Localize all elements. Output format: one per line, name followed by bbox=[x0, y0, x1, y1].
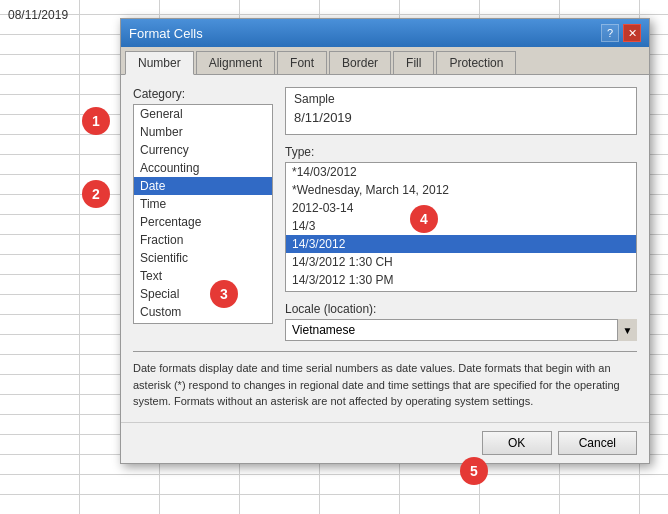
category-number[interactable]: Number bbox=[134, 123, 272, 141]
tab-number[interactable]: Number bbox=[125, 51, 194, 75]
category-scientific[interactable]: Scientific bbox=[134, 249, 272, 267]
tab-protection[interactable]: Protection bbox=[436, 51, 516, 74]
cancel-button[interactable]: Cancel bbox=[558, 431, 637, 455]
type-item-2[interactable]: 2012-03-14 bbox=[286, 199, 636, 217]
close-button[interactable]: ✕ bbox=[623, 24, 641, 42]
dialog-tabs: Number Alignment Font Border Fill Protec… bbox=[121, 47, 649, 75]
dialog-titlebar: Format Cells ? ✕ bbox=[121, 19, 649, 47]
step-circle-1: 1 bbox=[82, 107, 110, 135]
tab-font[interactable]: Font bbox=[277, 51, 327, 74]
sample-label: Sample bbox=[294, 92, 628, 106]
category-accounting[interactable]: Accounting bbox=[134, 159, 272, 177]
ok-button[interactable]: OK bbox=[482, 431, 552, 455]
type-listbox[interactable]: *14/03/2012 *Wednesday, March 14, 2012 2… bbox=[285, 162, 637, 292]
type-item-3[interactable]: 14/3 bbox=[286, 217, 636, 235]
dialog-content: Category: General Number Currency Accoun… bbox=[121, 75, 649, 422]
tab-border[interactable]: Border bbox=[329, 51, 391, 74]
category-percentage[interactable]: Percentage bbox=[134, 213, 272, 231]
category-text[interactable]: Text bbox=[134, 267, 272, 285]
tab-alignment[interactable]: Alignment bbox=[196, 51, 275, 74]
format-cells-dialog: Format Cells ? ✕ Number Alignment Font B… bbox=[120, 18, 650, 464]
step-circle-5: 5 bbox=[460, 457, 488, 485]
locale-select[interactable]: Vietnamese English (United States) Engli… bbox=[285, 319, 637, 341]
sample-value: 8/11/2019 bbox=[294, 110, 628, 125]
dialog-footer: OK Cancel bbox=[121, 422, 649, 463]
step-circle-4: 4 bbox=[410, 205, 438, 233]
category-time[interactable]: Time bbox=[134, 195, 272, 213]
type-item-5[interactable]: 14/3/2012 1:30 CH bbox=[286, 253, 636, 271]
type-item-0[interactable]: *14/03/2012 bbox=[286, 163, 636, 181]
step-circle-2: 2 bbox=[82, 180, 110, 208]
category-date[interactable]: Date bbox=[134, 177, 272, 195]
description-area: Date formats display date and time seria… bbox=[133, 351, 637, 410]
titlebar-buttons: ? ✕ bbox=[601, 24, 641, 42]
tab-fill[interactable]: Fill bbox=[393, 51, 434, 74]
help-button[interactable]: ? bbox=[601, 24, 619, 42]
spreadsheet-date: 08/11/2019 bbox=[8, 8, 68, 22]
locale-label: Locale (location): bbox=[285, 302, 637, 316]
category-custom[interactable]: Custom bbox=[134, 303, 272, 321]
category-fraction[interactable]: Fraction bbox=[134, 231, 272, 249]
category-general[interactable]: General bbox=[134, 105, 272, 123]
type-list-container: *14/03/2012 *Wednesday, March 14, 2012 2… bbox=[285, 162, 637, 292]
category-listbox[interactable]: General Number Currency Accounting Date … bbox=[133, 104, 273, 324]
locale-select-wrapper: Vietnamese English (United States) Engli… bbox=[285, 319, 637, 341]
dialog-title: Format Cells bbox=[129, 26, 203, 41]
sample-box: Sample 8/11/2019 bbox=[285, 87, 637, 135]
step-circle-3: 3 bbox=[210, 280, 238, 308]
type-item-6[interactable]: 14/3/2012 1:30 PM bbox=[286, 271, 636, 289]
type-label: Type: bbox=[285, 145, 637, 159]
type-item-1[interactable]: *Wednesday, March 14, 2012 bbox=[286, 181, 636, 199]
category-label: Category: bbox=[133, 87, 273, 101]
category-section: Category: General Number Currency Accoun… bbox=[133, 87, 273, 341]
type-item-4[interactable]: 14/3/2012 bbox=[286, 235, 636, 253]
right-section: Sample 8/11/2019 Type: *14/03/2012 *Wedn… bbox=[285, 87, 637, 341]
category-special[interactable]: Special bbox=[134, 285, 272, 303]
content-row: Category: General Number Currency Accoun… bbox=[133, 87, 637, 341]
category-currency[interactable]: Currency bbox=[134, 141, 272, 159]
